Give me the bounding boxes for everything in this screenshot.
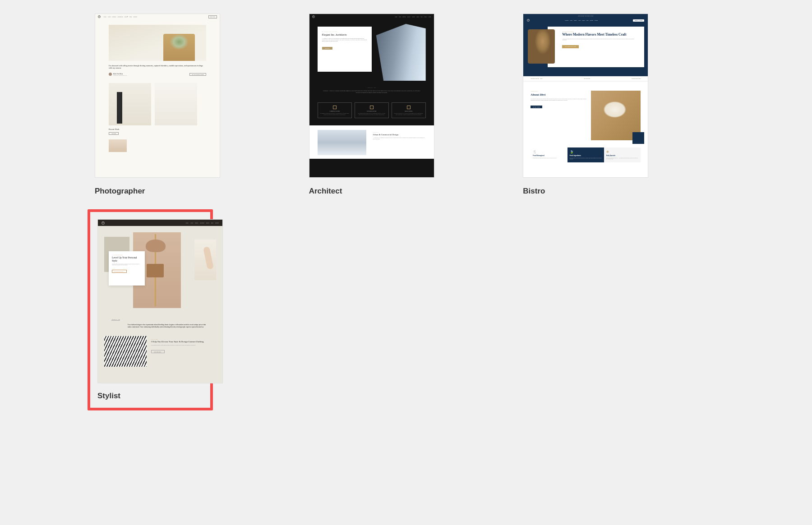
shop-button: Visit Shop xyxy=(109,132,119,135)
hero-image xyxy=(109,25,206,61)
template-item-architect[interactable]: D Home About Portfolio Projects Services… xyxy=(309,14,434,196)
explore-menu-button: EXPLORE OUR MENU xyxy=(562,45,579,48)
service-box: Interior Design Our interior design serv… xyxy=(392,102,426,118)
about-paragraph: Our restaurant goes from folk to cuisine… xyxy=(531,98,587,101)
learn-more-button: Learn More xyxy=(322,47,332,50)
feature-box: 🍴 Food Reimagined Something new in each … xyxy=(531,147,567,162)
footer-image xyxy=(109,139,127,152)
about-eyebrow: ABOUT ME xyxy=(111,319,120,321)
help-paragraph: From personal styling to custom-made gar… xyxy=(151,345,216,346)
avatar xyxy=(109,73,112,76)
template-preview-stylist: D Home About Gallery Services Shop ▾ Blo… xyxy=(97,219,223,383)
decorative-square xyxy=(632,132,644,144)
hero-heading: Elegant Inc. Architects xyxy=(322,33,367,36)
template-label: Photographer xyxy=(95,187,220,196)
service-icon xyxy=(407,106,411,109)
help-eyebrow: WHAT I DO xyxy=(151,339,216,340)
hero-paragraph: From the runway to the streets, my appro… xyxy=(112,263,142,266)
about-heading: About Divi xyxy=(531,93,587,97)
about-paragraph: Elegant Inc. Architects is a premier des… xyxy=(323,90,420,93)
template-preview-photographer: D Home About Portfolio Collections Shop … xyxy=(95,14,220,178)
template-preview-architect: D Home About Portfolio Projects Services… xyxy=(309,14,434,178)
lower-eyebrow: SERVICES xyxy=(373,132,426,133)
nav: Home About Portfolio Projects Services S… xyxy=(395,16,431,18)
lower-image xyxy=(318,130,367,155)
bag-image xyxy=(147,264,164,277)
service-box: Residential Design Our residential desig… xyxy=(355,102,389,118)
divi-logo-icon: D xyxy=(527,19,530,22)
feature-box: ✻ Daily Specials Something new awaits ea… xyxy=(604,147,641,162)
about-paragraph: I'm a fashion designer who is passionate… xyxy=(128,324,209,328)
about-eyebrow: ABOUT US xyxy=(323,87,420,88)
portfolio-button: See The Complete Portfolio xyxy=(189,73,206,76)
divi-logo-icon: D xyxy=(102,221,105,225)
gallery-image xyxy=(109,83,151,125)
gallery-image xyxy=(155,83,197,125)
hero-heading: Level Up Your Personal Style xyxy=(112,256,142,262)
recent-work-heading: Recent Work xyxy=(109,128,206,130)
nav: Home About Gallery Services Shop ▾ Blog … xyxy=(185,222,219,224)
divi-logo-icon: D xyxy=(312,15,315,18)
bread-image xyxy=(528,29,555,64)
about-eyebrow: ABOUT DIVI xyxy=(531,91,587,92)
info-bar: Open Daily from 8am – 10pm (234) 555-012… xyxy=(523,76,648,81)
divi-logo-icon: D xyxy=(98,15,101,18)
nav: Landing Home Gallery Menu Shop ▾ Blog Co… xyxy=(565,20,598,21)
feature-box: 🍃 Fresh Ingredients Every dish starts wi… xyxy=(567,147,604,162)
book-table-button: BOOK A TABLE xyxy=(633,19,644,22)
hero-card: BUILDING THE FUTURE Elegant Inc. Archite… xyxy=(318,27,372,72)
hero-paragraph: At Elegant Inc Architects, we are dedica… xyxy=(322,38,367,42)
service-box: Commercial Design Our commercial design … xyxy=(318,102,352,118)
lower-paragraph: At Elegant Inc, our commercial architect… xyxy=(373,137,426,140)
template-item-photographer[interactable]: D Home About Portfolio Collections Shop … xyxy=(95,14,220,196)
help-heading: I Help You Elevate Your Style & Design C… xyxy=(151,341,216,343)
about-image xyxy=(591,91,641,140)
template-label: Bistro xyxy=(523,187,648,196)
template-label: Architect xyxy=(309,187,434,196)
intro-text: I'm obsessed with telling stories throug… xyxy=(109,64,206,69)
lower-heading: Urban & Commercial Design xyxy=(373,134,426,136)
hero-eyebrow: BUILDING THE FUTURE xyxy=(322,31,367,32)
template-label: Stylist xyxy=(97,391,203,401)
service-icon xyxy=(333,106,337,109)
template-grid: D Home About Portfolio Collections Shop … xyxy=(95,14,717,403)
hat-image xyxy=(146,239,166,252)
utensils-icon: 🍴 xyxy=(533,150,565,154)
hero-paragraph: At Divi, we blend contemporary flair wit… xyxy=(553,38,639,41)
hero-card: WELCOME TO DIVI Where Modern Flavors Mee… xyxy=(548,27,644,67)
leaf-icon: 🍃 xyxy=(570,150,602,154)
template-item-stylist[interactable]: D Home About Gallery Services Shop ▾ Blo… xyxy=(88,209,213,410)
book-button: Book Now xyxy=(208,15,217,18)
template-item-bistro[interactable]: (555) 555-5555 AND RESERVATIONS D Landin… xyxy=(523,14,648,196)
template-preview-bistro: (555) 555-5555 AND RESERVATIONS D Landin… xyxy=(523,14,648,178)
asterisk-icon: ✻ xyxy=(606,150,638,154)
hero-card: FASHION STYLIST Level Up Your Personal S… xyxy=(109,251,145,286)
author-subtitle: Professional Photographer in NYC xyxy=(113,75,127,76)
view-services-button: VIEW SERVICES → xyxy=(151,350,165,353)
hero-eyebrow: FASHION STYLIST xyxy=(112,254,142,255)
service-icon xyxy=(370,106,374,109)
help-image xyxy=(104,336,147,367)
explore-services-button: EXPLORE SERVICES → xyxy=(112,270,127,273)
learn-more-button: LEARN MORE xyxy=(531,106,542,108)
building-image xyxy=(376,24,426,81)
topbar: (555) 555-5555 AND RESERVATIONS xyxy=(523,14,648,18)
hero-heading: Where Modern Flavors Meet Timeless Craft xyxy=(553,33,639,37)
nav: Home About Portfolio Collections Shop ▾ … xyxy=(103,16,137,18)
hero-eyebrow: WELCOME TO DIVI xyxy=(553,31,639,32)
